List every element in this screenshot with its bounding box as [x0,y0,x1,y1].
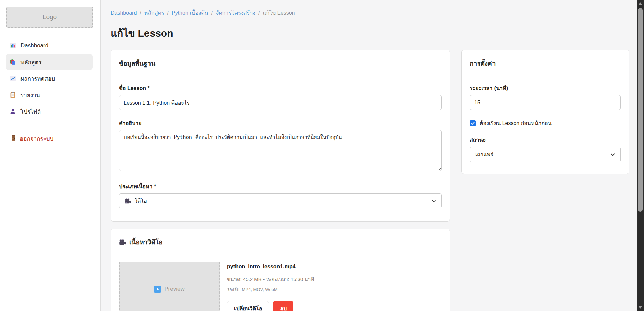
video-camera-icon [119,239,126,245]
bar-chart-icon [10,42,16,49]
delete-video-button[interactable]: ลบ [273,301,293,311]
logo-placeholder: Logo [6,7,93,28]
sidebar-menu: Dashboard หลักสูตร ผลการทดสอบ [0,38,100,119]
preview-label: Preview [164,286,184,293]
breadcrumb-structure[interactable]: จัดการโครงสร้าง [216,9,255,17]
settings-card: การตั้งค่า ระยะเวลา (นาที) ต้องเรียน Les… [461,50,629,174]
breadcrumb-separator: / [258,10,260,16]
scrollbar-thumb[interactable] [638,8,643,212]
duration-label: ระยะเวลา (นาที) [470,84,621,92]
sidebar-item-label: Dashboard [20,42,48,49]
duration-input[interactable] [470,95,621,110]
settings-card-title: การตั้งค่า [470,58,621,68]
basic-info-card-title: ข้อมูลพื้นฐาน [119,58,442,68]
clipboard-icon [10,92,16,98]
chart-up-icon [10,75,16,82]
description-label: คำอธิบาย [119,119,442,127]
chevron-down-icon [432,200,436,202]
logout-label: ออกจากระบบ [20,134,53,143]
sidebar-item-courses[interactable]: หลักสูตร [6,54,93,70]
checkbox-checked-icon[interactable] [470,120,476,126]
status-select[interactable]: เผยแพร่ [470,147,621,162]
card-divider [119,75,442,75]
person-icon [10,108,16,115]
breadcrumb-dashboard[interactable]: Dashboard [111,10,137,16]
video-meta: ขนาด: 45.2 MB • ระยะเวลา: 15:30 นาที [227,275,314,283]
breadcrumb-separator: / [167,10,169,16]
books-icon [10,59,16,65]
card-divider [119,254,442,254]
sidebar-item-label: หลักสูตร [20,57,41,67]
card-divider [470,75,621,75]
content-type-label: ประเภทเนื้อหา * [119,182,442,191]
video-filename: python_intro_lesson1.mp4 [227,264,314,270]
door-icon [11,135,16,142]
logo-text: Logo [43,13,57,21]
scroll-up-arrow[interactable] [637,0,644,7]
change-video-button[interactable]: เปลี่ยนวิดีโอ [227,301,269,311]
sidebar-item-dashboard[interactable]: Dashboard [6,38,93,53]
video-card: เนื้อหาวิดีโอ Preview python_intro_lesso… [111,229,450,311]
prerequisite-label: ต้องเรียน Lesson ก่อนหน้าก่อน [480,119,552,127]
sidebar-item-reports[interactable]: รายงาน [6,87,93,103]
video-camera-icon [125,198,131,204]
breadcrumb-current: แก้ไข Lesson [263,9,295,17]
breadcrumb-courses[interactable]: หลักสูตร [144,9,164,17]
content-type-select[interactable]: วิดีโอ [119,193,442,208]
main-content: Dashboard / หลักสูตร / Python เบื้องต้น … [101,0,637,311]
sidebar-item-label: ผลการทดสอบ [20,74,55,83]
play-icon [154,286,161,293]
logout-link[interactable]: ออกจากระบบ [11,134,100,143]
description-textarea[interactable]: บทเรียนนี้จะอธิบายว่า Python คืออะไร ประ… [119,130,442,171]
breadcrumb: Dashboard / หลักสูตร / Python เบื้องต้น … [111,9,637,17]
chevron-down-icon [611,153,615,156]
sidebar-item-label: โปรไฟล์ [20,107,41,116]
sidebar-item-profile[interactable]: โปรไฟล์ [6,104,93,119]
lesson-name-input[interactable] [119,95,442,110]
scroll-down-arrow[interactable] [637,304,644,311]
prerequisite-checkbox-row[interactable]: ต้องเรียน Lesson ก่อนหน้าก่อน [470,119,621,127]
vertical-scrollbar[interactable] [637,0,644,311]
content-type-value: วิดีโอ [134,197,147,205]
breadcrumb-separator: / [211,10,213,16]
sidebar-item-test-results[interactable]: ผลการทดสอบ [6,71,93,86]
status-value: เผยแพร่ [475,150,493,159]
sidebar: Logo Dashboard หลักสูตร ผ [0,0,101,311]
breadcrumb-separator: / [140,10,141,16]
sidebar-divider [6,125,93,125]
page-title: แก้ไข Lesson [111,25,637,41]
video-supported-formats: รองรับ: MP4, MOV, WebM [227,286,314,293]
breadcrumb-python-course[interactable]: Python เบื้องต้น [172,9,208,17]
lesson-name-label: ชื่อ Lesson * [119,84,442,92]
basic-info-card: ข้อมูลพื้นฐาน ชื่อ Lesson * คำอธิบาย บทเ… [111,50,450,222]
sidebar-item-label: รายงาน [20,90,40,100]
video-preview[interactable]: Preview [119,262,220,311]
video-card-title: เนื้อหาวิดีโอ [129,237,163,247]
status-label: สถานะ [470,135,621,144]
